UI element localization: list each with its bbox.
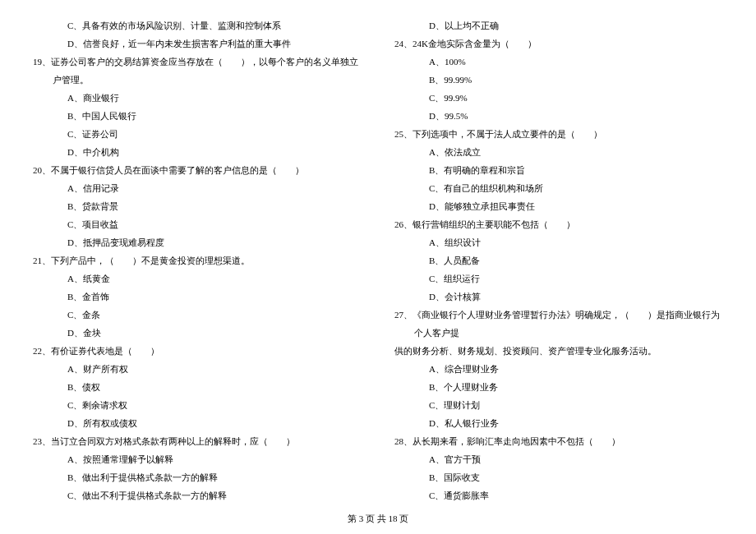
two-column-layout: C、具备有效的市场风险识别、计量、监测和控制体系 D、信誉良好，近一年内未发生损…: [33, 16, 723, 504]
question-text: 证券公司客户的交易结算资金应当存放在（ ），以每个客户的名义单独立户管理。: [51, 57, 358, 85]
option-text: C、理财计划: [429, 396, 723, 414]
option-text: C、通货膨胀率: [429, 486, 723, 504]
option-text: A、按照通常理解予以解释: [67, 450, 362, 468]
option-text: D、以上均不正确: [429, 16, 723, 35]
question-26: 26、银行营销组织的主要职能不包括（ ）: [394, 215, 723, 233]
question-text: 从长期来看，影响汇率走向地因素中不包括（ ）: [413, 436, 620, 446]
option-text: D、私人银行业务: [429, 414, 723, 432]
question-28: 28、从长期来看，影响汇率走向地因素中不包括（ ）: [394, 432, 723, 450]
option-text: B、金首饰: [67, 288, 362, 306]
option-text: B、个人理财业务: [429, 378, 723, 396]
option-text: D、金块: [67, 324, 362, 342]
question-text: 下列产品中，（ ）不是黄金投资的理想渠道。: [51, 255, 250, 265]
option-text: C、剩余请求权: [67, 396, 362, 414]
page-footer: 第 3 页 共 18 页: [0, 509, 756, 527]
question-text: 当订立合同双方对格式条款有两种以上的解释时，应（ ）: [51, 436, 295, 446]
question-text: 24K金地实际含金量为（ ）: [413, 39, 537, 48]
question-text: 不属于银行信贷人员在面谈中需要了解的客户信息的是（ ）: [51, 165, 304, 175]
option-text: B、贷款背景: [67, 197, 362, 215]
question-21: 21、下列产品中，（ ）不是黄金投资的理想渠道。: [33, 251, 362, 269]
option-text: A、组织设计: [429, 233, 723, 251]
option-text: A、商业银行: [67, 89, 362, 107]
question-24: 24、24K金地实际含金量为（ ）: [394, 35, 723, 53]
question-text: 有价证券代表地是（ ）: [51, 346, 159, 356]
option-text: B、人员配备: [429, 251, 723, 269]
option-text: D、会计核算: [429, 288, 723, 306]
question-num: 24、: [394, 39, 413, 48]
option-text: D、信誉良好，近一年内未发生损害客户利益的重大事件: [67, 35, 362, 53]
left-column: C、具备有效的市场风险识别、计量、监测和控制体系 D、信誉良好，近一年内未发生损…: [33, 16, 362, 504]
question-num: 25、: [394, 129, 413, 139]
question-num: 21、: [33, 255, 51, 265]
option-text: C、项目收益: [67, 215, 362, 233]
option-text: C、证券公司: [67, 125, 362, 143]
right-column: D、以上均不正确 24、24K金地实际含金量为（ ） A、100% B、99.9…: [394, 16, 723, 504]
question-19: 19、证券公司客户的交易结算资金应当存放在（ ），以每个客户的名义单独立户管理。: [33, 53, 362, 89]
option-text: B、做出利于提供格式条款一方的解释: [67, 468, 362, 486]
option-text: B、99.99%: [429, 71, 723, 89]
option-text: A、100%: [429, 53, 723, 71]
option-text: D、抵押品变现难易程度: [67, 233, 362, 251]
option-text: C、做出不利于提供格式条款一方的解释: [67, 486, 362, 504]
question-num: 22、: [33, 346, 51, 356]
option-text: B、有明确的章程和宗旨: [429, 161, 723, 179]
question-text: 《商业银行个人理财业务管理暂行办法》明确规定，（ ）是指商业银行为个人客户提: [413, 310, 720, 338]
question-23: 23、当订立合同双方对格式条款有两种以上的解释时，应（ ）: [33, 432, 362, 450]
option-text: A、依法成立: [429, 143, 723, 161]
option-text: B、债权: [67, 378, 362, 396]
option-text: B、国际收支: [429, 468, 723, 486]
option-text: D、99.5%: [429, 107, 723, 125]
question-continuation: 供的财务分析、财务规划、投资顾问、资产管理专业化服务活动。: [394, 342, 723, 360]
question-num: 20、: [33, 165, 51, 175]
question-text: 下列选项中，不属于法人成立要件的是（ ）: [413, 129, 602, 139]
option-text: D、中介机构: [67, 143, 362, 161]
question-27: 27、《商业银行个人理财业务管理暂行办法》明确规定，（ ）是指商业银行为个人客户…: [394, 306, 723, 342]
question-22: 22、有价证券代表地是（ ）: [33, 342, 362, 360]
option-text: B、中国人民银行: [67, 107, 362, 125]
option-text: A、信用记录: [67, 179, 362, 197]
option-text: C、99.9%: [429, 89, 723, 107]
option-text: A、官方干预: [429, 450, 723, 468]
question-num: 28、: [394, 436, 413, 446]
question-num: 19、: [33, 57, 51, 67]
option-text: C、具备有效的市场风险识别、计量、监测和控制体系: [67, 16, 362, 35]
question-20: 20、不属于银行信贷人员在面谈中需要了解的客户信息的是（ ）: [33, 161, 362, 179]
question-num: 26、: [394, 219, 413, 229]
option-text: A、纸黄金: [67, 269, 362, 288]
option-text: C、有自己的组织机构和场所: [429, 179, 723, 197]
option-text: C、金条: [67, 306, 362, 324]
option-text: D、能够独立承担民事责任: [429, 197, 723, 215]
option-text: A、综合理财业务: [429, 360, 723, 378]
question-num: 23、: [33, 436, 51, 446]
question-num: 27、: [394, 310, 413, 320]
option-text: D、所有权或债权: [67, 414, 362, 432]
option-text: C、组织运行: [429, 269, 723, 288]
option-text: A、财产所有权: [67, 360, 362, 378]
question-text: 银行营销组织的主要职能不包括（ ）: [413, 219, 575, 229]
question-25: 25、下列选项中，不属于法人成立要件的是（ ）: [394, 125, 723, 143]
